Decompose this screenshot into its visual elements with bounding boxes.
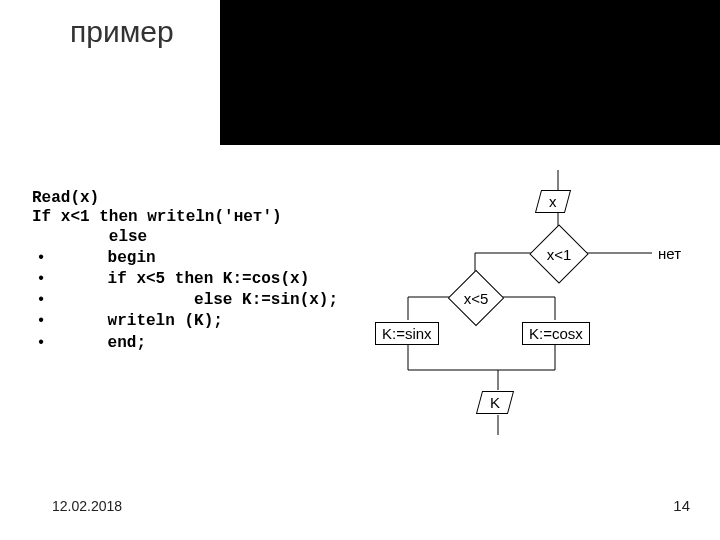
code-line: writeln (K);	[50, 312, 223, 330]
code-line: else K:=sin(x);	[50, 291, 338, 309]
page-title: пример	[70, 15, 174, 49]
code-block: Read(x) If x<1 then writeln('нет') else …	[32, 170, 338, 353]
code-line: if x<5 then K:=cos(x)	[50, 270, 309, 288]
code-line: else	[32, 228, 147, 246]
bullet-icon: •	[32, 310, 50, 329]
bullet-icon: •	[32, 332, 50, 351]
code-line: Read(x)	[32, 189, 99, 207]
flowchart: x x<1 нет x<5 K:=sinx K:=cosx K	[380, 175, 710, 445]
footer-date: 12.02.2018	[52, 498, 122, 514]
flow-assign-cos: K:=cosx	[522, 322, 590, 345]
flow-no-label: нет	[658, 245, 681, 262]
flowchart-connectors	[380, 175, 710, 445]
bullet-icon: •	[32, 247, 50, 266]
black-rectangle	[220, 0, 720, 145]
flow-output-k: K	[476, 391, 514, 414]
flow-assign-sin: K:=sinx	[375, 322, 439, 345]
footer-page-number: 14	[673, 497, 690, 514]
code-line: begin	[50, 249, 156, 267]
slide: пример Read(x) If x<1 then writeln('нет'…	[0, 0, 720, 540]
code-line: end;	[50, 334, 146, 352]
bullet-icon: •	[32, 268, 50, 287]
bullet-icon: •	[32, 289, 50, 308]
code-line: If x<1 then writeln('нет')	[32, 208, 282, 226]
flow-input-x: x	[535, 190, 571, 213]
